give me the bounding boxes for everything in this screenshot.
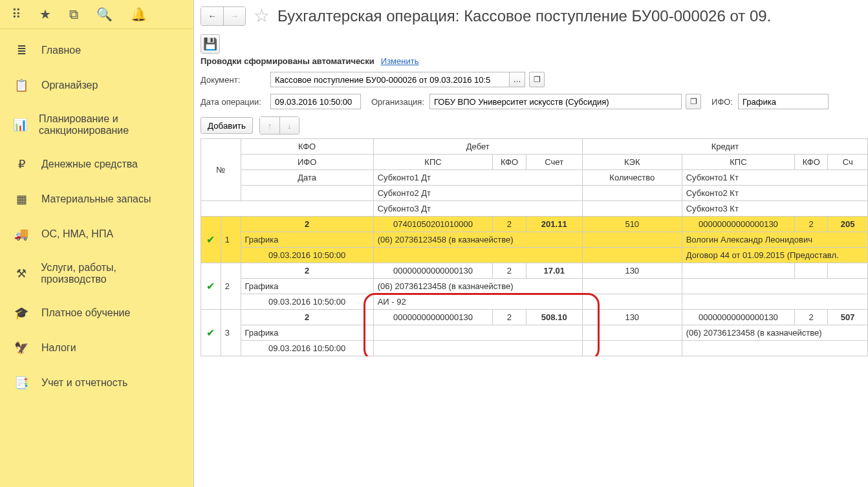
sidebar-item-icon: 📋 <box>13 78 30 92</box>
sidebar-item[interactable]: ⚒Услуги, работы, производство <box>0 252 193 296</box>
sidebar: ⠿ ★ ⧉ 🔍 🔔 ≣Главное📋Органайзер📊Планирован… <box>0 0 194 487</box>
postings-table-wrap: № КФО Дебет Кредит ИФО КПС КФО Счет КЭК … <box>201 138 868 356</box>
notifications-icon[interactable]: 🔔 <box>131 6 147 22</box>
col-s1k: Субконто1 Кт <box>682 170 867 186</box>
table-row[interactable]: Графика(06) 20736123458 (в казначействе)… <box>201 232 868 248</box>
add-button[interactable]: Добавить <box>201 117 253 134</box>
table-row[interactable]: ✔12074010502010100002201.115100000000000… <box>201 217 868 232</box>
cell-empty <box>582 279 682 294</box>
sidebar-item-label: Денежные средства <box>41 158 138 170</box>
move-up-button[interactable]: ↑ <box>260 117 279 134</box>
col-kps: КПС <box>373 155 493 170</box>
cell-kfo2: 2 <box>493 217 526 232</box>
row-check-icon: ✔ <box>201 217 221 263</box>
title-bar: ← → ☆ Бухгалтерская операция: Кассовое п… <box>194 0 868 32</box>
sidebar-top-icons: ⠿ ★ ⧉ 🔍 🔔 <box>0 0 193 29</box>
favorites-icon[interactable]: ★ <box>39 6 51 22</box>
org-input[interactable] <box>429 94 682 109</box>
table-row[interactable]: Графика(06) 20736123458 (в казначействе) <box>201 279 868 294</box>
table-row[interactable]: 09.03.2016 10:50:00Договор 44 от 01.09.2… <box>201 248 868 263</box>
org-label: Организация: <box>371 97 424 107</box>
sidebar-item-icon: 🎓 <box>13 306 30 320</box>
col-s3k: Субконто3 Кт <box>682 201 867 217</box>
col-sch2: Сч <box>828 155 868 170</box>
col-kek: КЭК <box>582 155 682 170</box>
row-check-icon: ✔ <box>201 263 221 310</box>
table-row[interactable]: ✔2200000000000000130217.01130 <box>201 263 868 279</box>
cell-s2k <box>682 341 867 356</box>
sidebar-item-label: Органайзер <box>41 80 98 91</box>
cell-empty <box>582 294 682 310</box>
sidebar-item[interactable]: 📊Планирование и санкционирование <box>0 103 193 147</box>
cell-sch2: 507 <box>828 310 868 325</box>
favorite-star-icon[interactable]: ☆ <box>254 5 270 27</box>
auto-posting-text: Проводки сформированы автоматически <box>201 56 374 66</box>
cell-s2d: АИ - 92 <box>373 294 582 310</box>
auto-posting-row: Проводки сформированы автоматически Изме… <box>194 54 868 69</box>
col-kps2: КПС <box>682 155 794 170</box>
cell-s1k: (06) 20736123458 (в казначействе) <box>682 325 867 341</box>
col-debet: Дебет <box>373 139 582 155</box>
cell-kfo2: 2 <box>493 310 526 325</box>
date-input[interactable] <box>270 94 361 109</box>
cell-sch: 201.11 <box>526 217 582 232</box>
document-more-button[interactable]: … <box>510 72 525 87</box>
sidebar-item[interactable]: 📑Учет и отчетность <box>0 365 193 400</box>
save-disk-icon[interactable]: 💾 <box>201 34 220 54</box>
sidebar-item[interactable]: ≣Главное <box>0 33 193 68</box>
table-row[interactable]: 09.03.2016 10:50:00 <box>201 341 868 356</box>
document-row: Документ: … ❐ <box>194 69 868 91</box>
sidebar-item[interactable]: 📋Органайзер <box>0 68 193 103</box>
sidebar-item[interactable]: 🎓Платное обучение <box>0 296 193 330</box>
col-s2d: Субконто2 Дт <box>373 186 582 201</box>
cell-sch: 508.10 <box>526 310 582 325</box>
cell-kps2: 00000000000000130 <box>682 217 794 232</box>
apps-icon[interactable]: ⠿ <box>12 6 21 22</box>
cell-kfo: 2 <box>241 217 373 232</box>
col-s2k: Субконто2 Кт <box>682 186 867 201</box>
org-open-button[interactable]: ❐ <box>686 94 701 109</box>
col-kredit: Кредит <box>582 139 867 155</box>
cell-empty <box>582 341 682 356</box>
main: ← → ☆ Бухгалтерская операция: Кассовое п… <box>194 0 868 487</box>
sidebar-item-label: Платное обучение <box>41 307 130 319</box>
search-icon[interactable]: 🔍 <box>96 6 113 22</box>
sidebar-item-label: Материальные запасы <box>41 193 151 205</box>
sidebar-item[interactable]: 🚚ОС, НМА, НПА <box>0 217 193 252</box>
cell-date: 09.03.2016 10:50:00 <box>241 248 373 263</box>
col-ifo: ИФО <box>241 155 373 170</box>
cell-s2d <box>373 248 582 263</box>
table-row[interactable]: ✔32000000000000001302508.101300000000000… <box>201 310 868 325</box>
sidebar-item-label: ОС, НМА, НПА <box>41 228 113 240</box>
col-date: Дата <box>241 170 373 186</box>
ifo-input[interactable] <box>738 94 829 109</box>
row-index: 1 <box>221 217 241 263</box>
table-row[interactable]: Графика(06) 20736123458 (в казначействе) <box>201 325 868 341</box>
edit-link[interactable]: Изменить <box>381 56 419 66</box>
sidebar-item-label: Услуги, работы, производство <box>41 262 180 285</box>
postings-table: № КФО Дебет Кредит ИФО КПС КФО Счет КЭК … <box>201 138 868 356</box>
sidebar-item-icon: 📊 <box>13 118 27 132</box>
cell-kps: 00000000000000130 <box>373 310 493 325</box>
cell-kfo3: 2 <box>795 217 828 232</box>
cell-s2d <box>373 341 582 356</box>
forward-button[interactable]: → <box>223 7 245 25</box>
sidebar-item[interactable]: 🦅Налоги <box>0 330 193 365</box>
cell-s1d: (06) 20736123458 (в казначействе) <box>373 232 582 248</box>
cell-sch: 17.01 <box>526 263 582 279</box>
cell-s1k <box>682 279 867 294</box>
sidebar-item-icon: ⚒ <box>13 266 29 281</box>
ifo-label: ИФО: <box>711 97 733 107</box>
sidebar-item[interactable]: ▦Материальные запасы <box>0 182 193 217</box>
sidebar-item[interactable]: ₽Денежные средства <box>0 147 193 182</box>
move-down-button[interactable]: ↓ <box>279 117 299 134</box>
cell-kek: 130 <box>582 310 682 325</box>
col-sch: Счет <box>526 155 582 170</box>
back-button[interactable]: ← <box>201 7 223 25</box>
history-icon[interactable]: ⧉ <box>69 7 78 22</box>
cell-s2k: Договор 44 от 01.09.2015 (Предоставл. <box>682 248 867 263</box>
document-input[interactable] <box>270 72 510 87</box>
cell-kfo2: 2 <box>493 263 526 279</box>
table-row[interactable]: 09.03.2016 10:50:00АИ - 92 <box>201 294 868 310</box>
document-open-button[interactable]: ❐ <box>529 72 545 87</box>
